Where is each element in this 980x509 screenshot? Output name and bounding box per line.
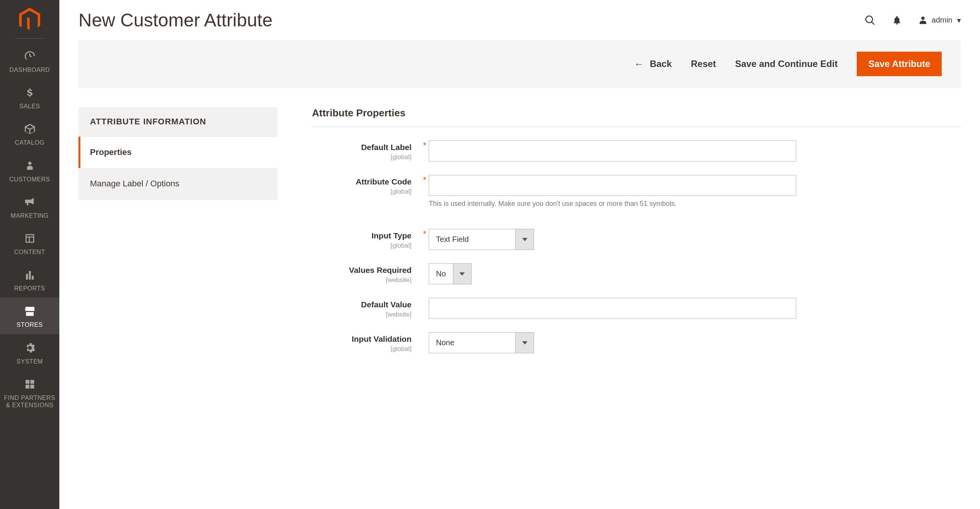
- attribute-code-input[interactable]: [429, 175, 796, 196]
- notifications-icon[interactable]: [891, 15, 903, 26]
- input-type-select[interactable]: Text Field: [429, 229, 534, 250]
- field-scope: [website]: [312, 311, 412, 318]
- side-tabs-title: ATTRIBUTE INFORMATION: [78, 107, 278, 137]
- field-help: This is used internally. Make sure you d…: [429, 200, 961, 208]
- dollar-icon: [23, 86, 37, 100]
- page-title: New Customer Attribute: [78, 10, 273, 31]
- save-continue-button[interactable]: Save and Continue Edit: [735, 59, 838, 69]
- default-value-input[interactable]: [429, 298, 796, 319]
- store-icon: [23, 304, 37, 318]
- person-icon: [23, 159, 37, 173]
- nav-label: DASHBOARD: [10, 66, 50, 73]
- field-scope: [global]: [312, 242, 412, 250]
- field-default-label: Default Label [global] *: [312, 140, 961, 162]
- nav-catalog[interactable]: CATALOG: [0, 115, 59, 152]
- page-header: New Customer Attribute admin ▾: [59, 0, 980, 40]
- reset-label: Reset: [691, 59, 716, 69]
- select-value: No: [429, 264, 453, 284]
- back-label: Back: [650, 59, 671, 69]
- select-value: None: [429, 333, 515, 353]
- content-area: ATTRIBUTE INFORMATION Properties Manage …: [59, 88, 980, 386]
- required-indicator: *: [423, 175, 429, 185]
- input-validation-select[interactable]: None: [429, 332, 534, 353]
- nav-label: FIND PARTNERS & EXTENSIONS: [2, 394, 57, 409]
- dashboard-icon: [23, 49, 37, 63]
- field-attribute-code: Attribute Code [global] * This is used i…: [312, 175, 961, 208]
- default-label-input[interactable]: [429, 140, 796, 162]
- nav-sales[interactable]: SALES: [0, 79, 59, 115]
- nav-label: SALES: [19, 103, 40, 110]
- nav-label: MARKETING: [11, 212, 49, 219]
- nav-label: STORES: [16, 321, 43, 328]
- admin-sidebar: DASHBOARD SALES CATALOG CUSTOMERS MARKET…: [0, 0, 59, 509]
- side-tabs: ATTRIBUTE INFORMATION Properties Manage …: [78, 107, 278, 367]
- nav-label: REPORTS: [14, 285, 45, 292]
- nav-label: CUSTOMERS: [9, 176, 50, 183]
- required-indicator: *: [423, 229, 429, 239]
- field-input-type: Input Type [global] * Text Field: [312, 229, 961, 250]
- field-scope: [website]: [312, 276, 412, 284]
- magento-logo[interactable]: [19, 8, 40, 31]
- form-section-title: Attribute Properties: [312, 107, 961, 127]
- main-content: New Customer Attribute admin ▾ ← Back: [59, 0, 980, 509]
- nav-label: CONTENT: [14, 248, 45, 256]
- chevron-down-icon: [453, 264, 471, 284]
- nav-label: CATALOG: [15, 139, 45, 146]
- back-button[interactable]: ← Back: [634, 58, 671, 70]
- tab-properties[interactable]: Properties: [78, 137, 278, 168]
- nav-reports[interactable]: REPORTS: [0, 261, 59, 297]
- nav-dashboard[interactable]: DASHBOARD: [0, 42, 59, 79]
- nav-label: SYSTEM: [16, 358, 43, 365]
- field-label: Default Value: [312, 300, 412, 309]
- chevron-down-icon: [515, 229, 534, 250]
- field-scope: [global]: [312, 188, 412, 196]
- field-input-validation: Input Validation [global] None: [312, 332, 961, 353]
- nav-partners[interactable]: FIND PARTNERS & EXTENSIONS: [0, 370, 59, 414]
- nav-system[interactable]: SYSTEM: [0, 334, 59, 370]
- user-icon: [918, 15, 928, 25]
- chevron-down-icon: [515, 333, 534, 353]
- save-attribute-button[interactable]: Save Attribute: [857, 52, 942, 76]
- caret-down-icon: ▾: [957, 16, 961, 25]
- nav-stores[interactable]: STORES: [0, 297, 59, 334]
- field-scope: [global]: [312, 345, 412, 353]
- field-label: Input Validation: [312, 334, 412, 344]
- field-label: Input Type: [312, 231, 412, 240]
- select-value: Text Field: [429, 229, 515, 250]
- header-actions: admin ▾: [864, 15, 961, 26]
- nav-customers[interactable]: CUSTOMERS: [0, 152, 59, 188]
- field-label: Attribute Code: [312, 177, 412, 186]
- admin-account-menu[interactable]: admin ▾: [918, 15, 961, 25]
- nav-content[interactable]: CONTENT: [0, 225, 59, 261]
- field-scope: [global]: [312, 153, 412, 161]
- blocks-icon: [23, 377, 37, 391]
- arrow-left-icon: ←: [634, 58, 644, 70]
- gear-icon: [23, 341, 37, 355]
- box-icon: [23, 122, 37, 136]
- bar-chart-icon: [23, 268, 37, 282]
- field-values-required: Values Required [website] No: [312, 263, 961, 284]
- values-required-select[interactable]: No: [429, 263, 472, 284]
- search-icon[interactable]: [864, 15, 876, 26]
- field-label: Values Required: [312, 266, 412, 275]
- megaphone-icon: [23, 195, 37, 209]
- layout-icon: [23, 232, 37, 245]
- form-area: Attribute Properties Default Label [glob…: [312, 107, 961, 367]
- logo-wrap: [15, 8, 45, 39]
- tab-manage-label-options[interactable]: Manage Label / Options: [78, 168, 278, 200]
- action-bar: ← Back Reset Save and Continue Edit Save…: [78, 40, 961, 88]
- field-label: Default Label: [312, 143, 412, 152]
- required-indicator: *: [423, 140, 429, 150]
- field-default-value: Default Value [website]: [312, 298, 961, 319]
- reset-button[interactable]: Reset: [691, 59, 716, 69]
- nav-marketing[interactable]: MARKETING: [0, 188, 59, 225]
- save-continue-label: Save and Continue Edit: [735, 59, 838, 69]
- admin-label: admin: [932, 16, 952, 24]
